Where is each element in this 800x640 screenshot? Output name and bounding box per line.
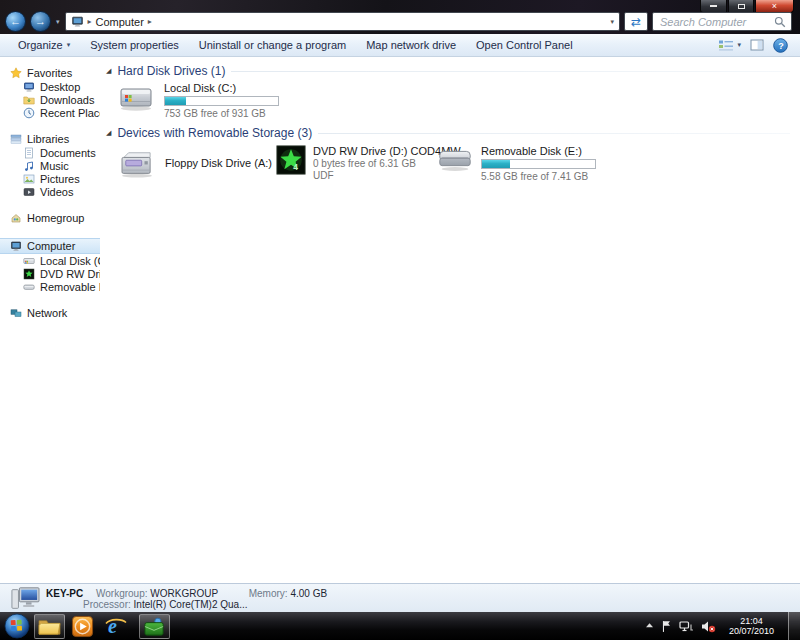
- drive-item-local-disk-c[interactable]: Local Disk (C:) 753 GB free of 931 GB: [116, 82, 790, 119]
- search-input[interactable]: [658, 15, 771, 29]
- start-button[interactable]: [3, 613, 30, 640]
- computer-name: KEY-PC: [46, 588, 83, 599]
- libraries-icon: [10, 133, 22, 145]
- sidebar-item-computer[interactable]: Computer: [0, 238, 100, 254]
- recent-pages-dropdown[interactable]: ▾: [55, 18, 61, 26]
- removable-drive-icon: [436, 145, 474, 173]
- sidebar-item-label: Removable Disk (E:): [40, 281, 100, 293]
- change-view-button[interactable]: ▾: [718, 39, 741, 52]
- open-control-panel-button[interactable]: Open Control Panel: [466, 34, 583, 56]
- system-tray: 21:04 20/07/2010: [645, 612, 800, 640]
- address-dropdown-icon[interactable]: ▾: [610, 18, 614, 26]
- pictures-icon: [23, 173, 35, 185]
- show-desktop-button[interactable]: [788, 612, 800, 640]
- computer-icon: [71, 15, 84, 28]
- sidebar-item-label: DVD RW Drive (D:) C: [40, 268, 100, 280]
- green-app-icon: [143, 615, 166, 638]
- sidebar-item-local-disk-c[interactable]: Local Disk (C:): [0, 254, 100, 267]
- help-button[interactable]: ?: [773, 38, 788, 53]
- refresh-button[interactable]: ⇄: [624, 12, 648, 31]
- workgroup-value: WORKGROUP: [150, 588, 218, 599]
- sidebar-item-desktop[interactable]: Desktop: [0, 80, 100, 93]
- group-label: Hard Disk Drives (1): [117, 64, 225, 78]
- sidebar-item-network[interactable]: Network: [0, 306, 100, 320]
- back-button[interactable]: ←: [5, 11, 26, 32]
- uninstall-program-button[interactable]: Uninstall or change a program: [189, 34, 356, 56]
- taskbar-item-internet-explorer[interactable]: e: [100, 614, 131, 639]
- network-tray-icon[interactable]: [679, 620, 694, 633]
- svg-text:e: e: [108, 615, 117, 637]
- explorer-window: × ← → ▾ ▸ Computer ▸ ▾ ⇄: [0, 0, 800, 640]
- sidebar-item-homegroup[interactable]: Homegroup: [0, 211, 100, 225]
- sidebar-item-favorites[interactable]: Favorites: [0, 66, 100, 80]
- navigation-row: ← → ▾ ▸ Computer ▸ ▾ ⇄: [5, 11, 792, 32]
- button-label: Open Control Panel: [476, 39, 573, 51]
- capacity-bar-fill: [165, 97, 186, 105]
- sidebar-item-pictures[interactable]: Pictures: [0, 172, 100, 185]
- drive-name: Removable Disk (E:): [481, 145, 596, 158]
- sidebar-group-label: Homegroup: [27, 212, 84, 224]
- drive-item-floppy-a[interactable]: Floppy Disk Drive (A:): [116, 145, 276, 182]
- sidebar-item-downloads[interactable]: Downloads: [0, 93, 100, 106]
- homegroup-icon: [10, 212, 22, 224]
- taskbar-item-explorer[interactable]: [34, 614, 65, 639]
- close-icon: ×: [772, 2, 777, 11]
- breadcrumb-arrow-icon[interactable]: ▸: [148, 17, 152, 26]
- taskbar: e 21:04 20/07/2010: [0, 612, 800, 640]
- sidebar-item-label: Local Disk (C:): [40, 255, 100, 267]
- sidebar-item-label: Videos: [40, 186, 73, 198]
- taskbar-clock[interactable]: 21:04 20/07/2010: [729, 616, 774, 636]
- organize-button[interactable]: Organize ▾: [8, 34, 80, 56]
- group-header-removable-storage[interactable]: ◢ Devices with Removable Storage (3): [106, 125, 790, 141]
- processor-value: Intel(R) Core(TM)2 Qua...: [134, 599, 248, 610]
- sidebar-item-dvd-drive-d[interactable]: DVD RW Drive (D:) C: [0, 267, 100, 280]
- drive-item-dvd-d[interactable]: 4 DVD RW Drive (D:) COD4MW 0 bytes free …: [276, 145, 436, 182]
- button-label: System properties: [90, 39, 179, 51]
- documents-icon: [23, 147, 35, 159]
- back-arrow-icon: ←: [10, 16, 21, 27]
- sidebar-item-libraries[interactable]: Libraries: [0, 132, 100, 146]
- capacity-text: 753 GB free of 931 GB: [164, 108, 279, 119]
- forward-button[interactable]: →: [30, 11, 51, 32]
- sidebar-item-music[interactable]: Music: [0, 159, 100, 172]
- svg-text:4: 4: [293, 162, 298, 172]
- sidebar-item-removable-disk-e[interactable]: Removable Disk (E:): [0, 280, 100, 293]
- drive-name: Local Disk (C:): [164, 82, 279, 95]
- taskbar-item-media-player[interactable]: [67, 614, 98, 639]
- breadcrumb-location[interactable]: Computer: [96, 16, 144, 28]
- system-properties-button[interactable]: System properties: [80, 34, 189, 56]
- details-row-2: Processor: Intel(R) Core(TM)2 Qua...: [46, 599, 327, 610]
- memory-value: 4.00 GB: [290, 588, 327, 599]
- sidebar-group-label: Favorites: [27, 67, 72, 79]
- sidebar-item-label: Downloads: [40, 94, 94, 106]
- capacity-bar-fill: [482, 160, 510, 168]
- dvd-disc-icon: [23, 268, 35, 280]
- breadcrumb-arrow-icon: ▸: [88, 17, 92, 26]
- preview-pane-button[interactable]: [750, 39, 764, 51]
- taskbar-item-green-app[interactable]: [139, 614, 170, 639]
- collapse-triangle-icon: ◢: [106, 129, 111, 137]
- views-icon: [718, 39, 734, 52]
- media-player-icon: [71, 615, 94, 638]
- drive-item-removable-e[interactable]: Removable Disk (E:) 5.58 GB free of 7.41…: [436, 145, 596, 182]
- address-bar[interactable]: ▸ Computer ▸ ▾: [65, 12, 620, 31]
- map-network-drive-button[interactable]: Map network drive: [356, 34, 466, 56]
- volume-muted-icon[interactable]: [701, 620, 716, 633]
- search-box[interactable]: [652, 12, 792, 31]
- drive-name: Floppy Disk Drive (A:): [165, 157, 272, 170]
- hard-disk-drive-icon: [116, 82, 156, 112]
- details-row-1: KEY-PC Workgroup: WORKGROUP Memory: 4.00…: [46, 588, 327, 599]
- title-bar: × ← → ▾ ▸ Computer ▸ ▾ ⇄: [0, 0, 800, 34]
- show-hidden-icons-button[interactable]: [645, 622, 654, 631]
- button-label: Map network drive: [366, 39, 456, 51]
- music-note-icon: [23, 160, 35, 172]
- action-center-flag-icon[interactable]: [661, 620, 672, 633]
- group-header-hard-disk-drives[interactable]: ◢ Hard Disk Drives (1): [106, 63, 790, 79]
- hard-disk-icon: [23, 255, 35, 267]
- sidebar-item-label: Music: [40, 160, 69, 172]
- search-icon: [774, 16, 786, 28]
- sidebar-item-recent-places[interactable]: Recent Places: [0, 106, 100, 119]
- sidebar-item-documents[interactable]: Documents: [0, 146, 100, 159]
- floppy-drive-icon: [116, 149, 158, 179]
- sidebar-item-videos[interactable]: Videos: [0, 185, 100, 198]
